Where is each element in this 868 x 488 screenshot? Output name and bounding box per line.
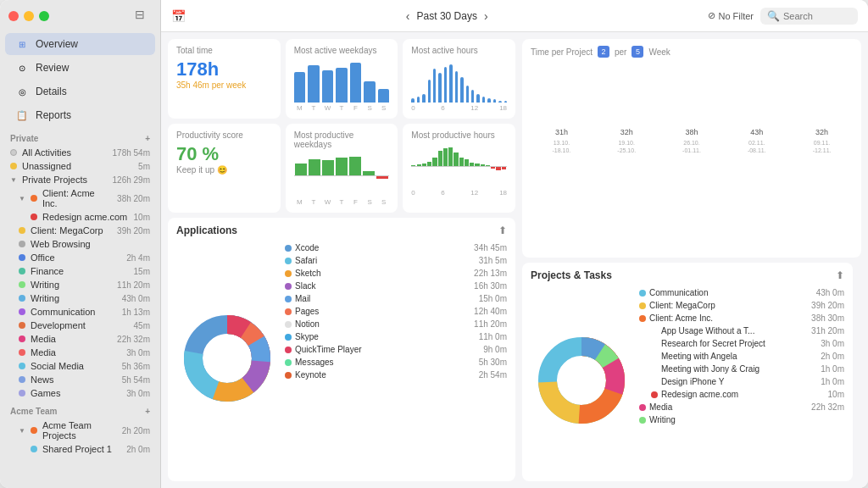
weekday-label: S	[378, 104, 390, 112]
shared-proj-row[interactable]: Shared Project 1 2h 0m	[0, 442, 160, 456]
period-nav: ‹ Past 30 Days ›	[406, 9, 488, 23]
hour-label	[448, 104, 450, 112]
app-list-item[interactable]: Safari 31h 5m	[285, 254, 507, 267]
project-list-item[interactable]: Meeting with Angela 2h 0m	[639, 350, 844, 363]
media-row[interactable]: Media 22h 32m	[0, 332, 160, 346]
minimize-button[interactable]	[24, 11, 34, 21]
app-donut	[176, 241, 278, 474]
app-window: ⊟ ⊞ Overview ⊙ Review ◎ Details 📋 Report…	[0, 0, 868, 488]
app-list-item[interactable]: QuickTime Player 9h 0m	[285, 343, 507, 356]
project-list-item[interactable]: Client: Acme Inc. 38h 30m	[639, 312, 844, 324]
news-row[interactable]: News 5h 54m	[0, 373, 160, 386]
activity-all[interactable]: All Activities 178h 54m	[0, 146, 160, 159]
megacorp-time: 39h 20m	[117, 226, 150, 236]
period-label: Past 30 Days	[417, 10, 477, 22]
office-time: 2h 4m	[126, 253, 150, 263]
app-list-item[interactable]: Mail 15h 0m	[285, 292, 507, 305]
active-weekdays-bars	[294, 60, 390, 103]
project-list-item[interactable]: Research for Secret Project 3h 0m	[639, 337, 844, 350]
development-row[interactable]: Development 45m	[0, 319, 160, 332]
web-browsing-row[interactable]: Web Browsing	[0, 237, 160, 251]
app-list-item[interactable]: Pages 12h 40m	[285, 305, 507, 318]
nav-reports[interactable]: 📋 Reports	[5, 104, 155, 126]
add-private-icon[interactable]: +	[145, 134, 150, 143]
project-list-item[interactable]: App Usage Without a T... 31h 20m	[639, 324, 844, 337]
project-list-item[interactable]: Communication 43h 0m	[639, 286, 844, 299]
reports-icon: 📋	[15, 108, 29, 122]
project-list-item[interactable]: Redesign acme.com 10m	[639, 388, 844, 401]
redesign-acme-row[interactable]: Redesign acme.com 10m	[0, 210, 160, 224]
share-icon[interactable]: ⬆	[498, 225, 507, 236]
procrastination-row[interactable]: Media 3h 0m	[0, 346, 160, 359]
project-time: 43h 0m	[816, 288, 844, 297]
search-input[interactable]	[783, 11, 851, 21]
nav-overview[interactable]: ⊞ Overview	[5, 33, 155, 55]
weekday-label: F	[350, 104, 362, 112]
project-list-item[interactable]: Writing	[639, 413, 844, 426]
active-hour-bar	[417, 97, 420, 103]
office-row[interactable]: Office 2h 4m	[0, 251, 160, 264]
weekday-label: M	[294, 104, 306, 112]
week-icon: 5	[632, 46, 643, 58]
hour-label	[437, 104, 439, 112]
app-time: 2h 54m	[479, 370, 507, 380]
app-list-item[interactable]: Messages 5h 30m	[285, 356, 507, 369]
project-list-item[interactable]: Media 22h 32m	[639, 401, 844, 413]
procrastination-time: 3h 0m	[126, 348, 150, 358]
app-list-item[interactable]: Notion 11h 20m	[285, 318, 507, 330]
megacorp-row[interactable]: Client: MegaCorp 39h 20m	[0, 224, 160, 237]
hour-label	[495, 104, 498, 112]
filter-selector[interactable]: ⊘ No Filter	[708, 10, 754, 21]
app-list-item[interactable]: Xcode 34h 45m	[285, 241, 507, 254]
productive-weekdays-bars	[294, 154, 390, 197]
nav-details[interactable]: ◎ Details	[5, 80, 155, 103]
app-color-dot	[285, 270, 292, 277]
social-time: 5h 36m	[122, 362, 150, 371]
app-color-dot	[285, 372, 292, 379]
active-hour-bar	[422, 94, 425, 103]
activity-unassigned[interactable]: Unassigned 5m	[0, 159, 160, 173]
close-button[interactable]	[8, 11, 19, 21]
social-row[interactable]: Social Media 5h 36m	[0, 359, 160, 373]
add-team-icon[interactable]: +	[145, 407, 150, 416]
search-box[interactable]: 🔍	[760, 8, 858, 25]
team-proj-label: Acme Team Projects	[42, 420, 117, 441]
active-hours-title: Most active hours	[411, 46, 507, 55]
proj-share-icon[interactable]: ⬆	[836, 269, 844, 281]
sidebar-toggle-icon[interactable]: ⊟	[135, 8, 152, 25]
app-name: Skype	[295, 332, 476, 341]
maximize-button[interactable]	[39, 11, 49, 21]
productive-hours-labels: 061218	[411, 189, 507, 197]
communication-row[interactable]: Writing 43h 0m	[0, 291, 160, 305]
stacked-date-label: 09.11. -12.11.	[813, 140, 832, 154]
app-list-item[interactable]: Keynote 2h 54m	[285, 369, 507, 381]
private-projects-row[interactable]: ▼ Private Projects 126h 29m	[0, 173, 160, 186]
graphics-row[interactable]: Communication 1h 13m	[0, 305, 160, 319]
project-list-item[interactable]: Design iPhone Y 1h 0m	[639, 375, 844, 388]
per-icon: 2	[598, 46, 609, 58]
writing-dot	[19, 281, 25, 288]
app-list-item[interactable]: Slack 16h 30m	[285, 280, 507, 292]
app-time: 34h 45m	[474, 243, 507, 252]
proj-card-header: Projects & Tasks ⬆	[531, 269, 844, 281]
project-list-item[interactable]: Meeting with Jony & Craig 1h 0m	[639, 363, 844, 375]
client-acme-row[interactable]: ▼ Client: Acme Inc. 38h 20m	[0, 186, 160, 210]
prev-period-button[interactable]: ‹	[406, 9, 410, 23]
games-row[interactable]: Games 3h 0m	[0, 386, 160, 400]
project-list-item[interactable]: Client: MegaCorp 39h 20m	[639, 299, 844, 312]
app-color-dot	[285, 283, 292, 290]
nav-review[interactable]: ⊙ Review	[5, 57, 155, 79]
prod-hour-label	[486, 189, 488, 197]
project-name: Research for Secret Project	[661, 339, 817, 348]
project-name: Media	[649, 402, 808, 412]
next-period-button[interactable]: ›	[484, 9, 488, 23]
hour-label	[422, 104, 425, 112]
finance-row[interactable]: Finance 15m	[0, 264, 160, 278]
app-color-dot	[285, 334, 292, 341]
app-list-item[interactable]: Skype 11h 0m	[285, 330, 507, 343]
prod-weekday-label: T	[336, 198, 348, 206]
app-list-item[interactable]: Sketch 22h 13m	[285, 267, 507, 280]
graphics-dot	[19, 308, 25, 315]
writing-row[interactable]: Writing 11h 20m	[0, 278, 160, 291]
acme-team-projects-row[interactable]: ▼ Acme Team Projects 2h 20m	[0, 419, 160, 442]
